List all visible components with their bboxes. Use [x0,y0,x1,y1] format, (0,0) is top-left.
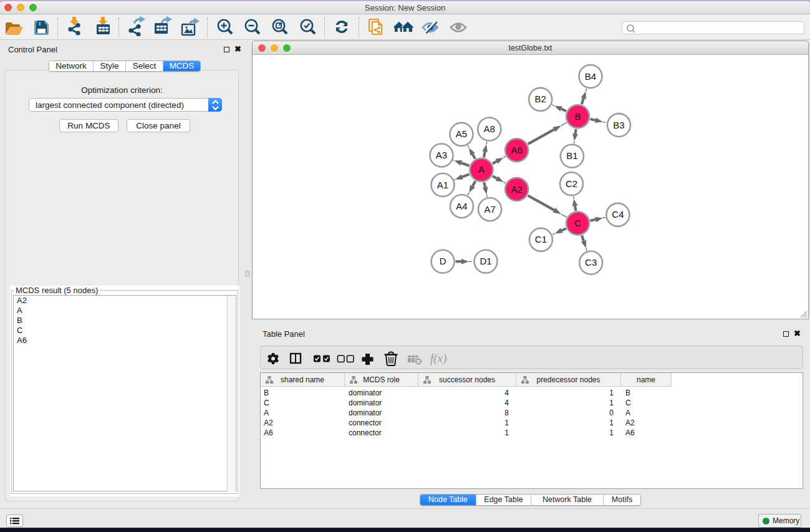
svg-text:B3: B3 [613,120,624,130]
svg-text:B2: B2 [535,94,546,104]
svg-text:D1: D1 [480,256,491,266]
svg-text:A6: A6 [511,145,523,155]
svg-text:B1: B1 [566,150,577,161]
svg-text:C3: C3 [585,257,597,268]
svg-text:C1: C1 [535,234,547,244]
svg-text:C2: C2 [566,178,577,189]
svg-text:A3: A3 [436,150,447,160]
svg-text:A1: A1 [437,180,448,190]
svg-text:A5: A5 [456,128,467,139]
svg-text:A7: A7 [484,204,495,215]
svg-text:B: B [575,111,581,122]
svg-text:A4: A4 [456,201,467,211]
svg-text:D: D [440,256,446,266]
svg-text:f(x): f(x) [430,352,446,365]
svg-text:A: A [478,164,485,175]
svg-text:C4: C4 [612,209,624,220]
svg-text:C: C [574,218,581,228]
svg-text:A8: A8 [484,123,495,134]
svg-text:B4: B4 [585,71,596,82]
svg-text:A2: A2 [511,184,523,195]
